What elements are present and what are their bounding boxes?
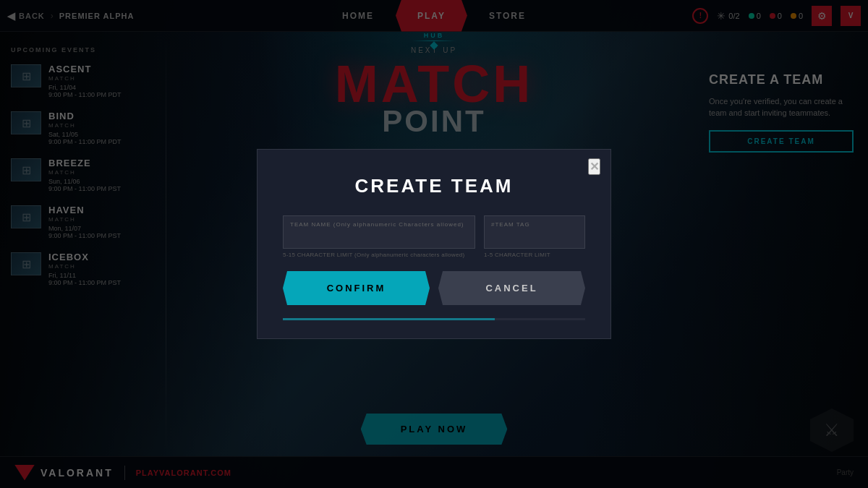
team-name-hint: 5-15 CHARACTER LIMIT (Only alphanumeric … bbox=[283, 252, 475, 258]
team-name-field: TEAM NAME (Only alphanumeric Characters … bbox=[283, 215, 475, 258]
team-tag-input[interactable] bbox=[484, 215, 585, 249]
modal-progress-bar bbox=[283, 318, 495, 320]
modal-fields: TEAM NAME (Only alphanumeric Characters … bbox=[283, 215, 585, 258]
modal-progress bbox=[283, 318, 585, 320]
modal-overlay: ✕ CREATE TEAM TEAM NAME (Only alphanumer… bbox=[0, 0, 868, 488]
team-tag-field: #TEAM TAG 1-5 CHARACTER LIMIT bbox=[484, 215, 585, 258]
confirm-button[interactable]: CONFIRM bbox=[283, 271, 430, 305]
modal-title: CREATE TEAM bbox=[283, 175, 585, 197]
team-tag-hint: 1-5 CHARACTER LIMIT bbox=[484, 252, 585, 258]
cancel-button[interactable]: CANCEL bbox=[438, 271, 585, 305]
create-team-modal: ✕ CREATE TEAM TEAM NAME (Only alphanumer… bbox=[257, 149, 611, 339]
team-name-input[interactable] bbox=[283, 215, 475, 249]
modal-buttons: CONFIRM CANCEL bbox=[283, 271, 585, 305]
modal-close-button[interactable]: ✕ bbox=[588, 158, 600, 175]
